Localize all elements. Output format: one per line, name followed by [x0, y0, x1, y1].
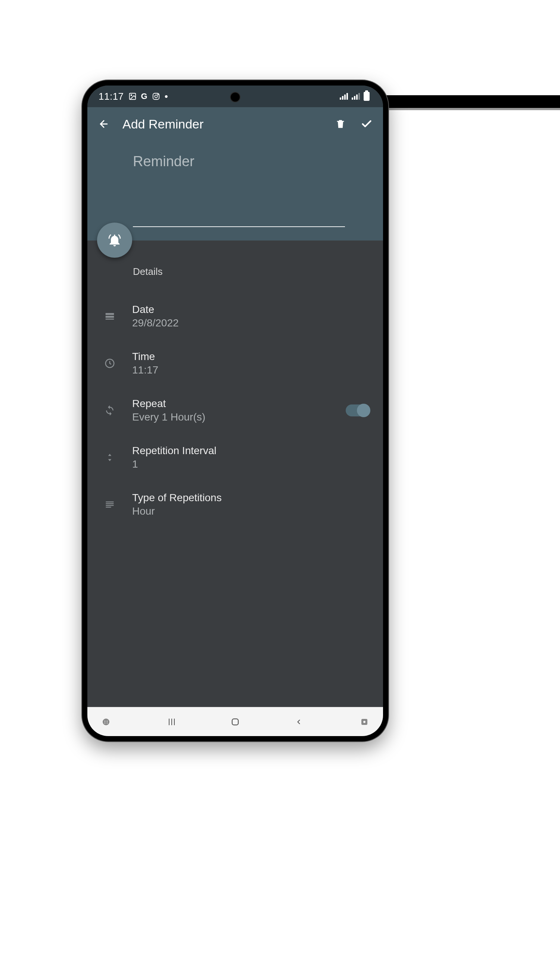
hero-section	[87, 141, 383, 240]
svg-point-23	[363, 721, 365, 723]
time-text: Time 11:17	[132, 351, 370, 376]
interval-label: Repetition Interval	[132, 445, 370, 457]
interval-row[interactable]: Repetition Interval 1	[96, 437, 374, 479]
instagram-icon	[152, 92, 160, 100]
svg-rect-12	[106, 507, 111, 507]
device-frame: 11:17 G • Add Reminder	[82, 80, 388, 741]
repeat-label: Repeat	[132, 398, 332, 410]
reminder-title-input[interactable]	[133, 150, 345, 227]
type-row[interactable]: Type of Repetitions Hour	[96, 484, 374, 526]
repeat-row[interactable]: Repeat Every 1 Hour(s)	[96, 390, 374, 431]
svg-rect-11	[106, 505, 114, 506]
app-bar: Add Reminder	[87, 107, 383, 141]
delete-button[interactable]	[333, 117, 348, 132]
svg-rect-5	[106, 313, 114, 315]
details-heading: Details	[133, 266, 374, 277]
date-row[interactable]: Date 29/8/2022	[96, 295, 374, 337]
google-icon: G	[141, 92, 147, 100]
svg-point-16	[105, 722, 106, 723]
repeat-icon	[101, 402, 119, 419]
svg-point-4	[158, 94, 158, 95]
nav-back-button[interactable]	[291, 714, 306, 729]
device-cable	[385, 95, 560, 110]
type-text: Type of Repetitions Hour	[132, 492, 370, 517]
toggle-knob	[357, 404, 370, 417]
battery-icon	[363, 92, 370, 101]
svg-rect-21	[232, 719, 238, 724]
svg-rect-6	[106, 316, 114, 318]
svg-rect-10	[106, 504, 114, 504]
nav-recents-button[interactable]	[164, 714, 179, 729]
svg-point-3	[155, 95, 157, 97]
nav-home-button[interactable]	[228, 714, 243, 729]
svg-point-1	[131, 95, 132, 96]
svg-point-15	[107, 721, 108, 722]
interval-icon	[101, 449, 119, 466]
date-value: 29/8/2022	[132, 317, 370, 329]
list-icon	[101, 496, 119, 514]
svg-rect-9	[106, 502, 114, 502]
nav-extra-icon[interactable]	[357, 714, 372, 729]
time-label: Time	[132, 351, 370, 363]
type-value: Hour	[132, 505, 370, 517]
svg-rect-7	[106, 319, 114, 320]
body-area: Details Date 29/8/2022 Time 11:17	[87, 240, 383, 707]
confirm-button[interactable]	[359, 117, 374, 132]
repeat-text: Repeat Every 1 Hour(s)	[132, 398, 332, 423]
system-nav-bar	[87, 707, 383, 736]
signal-icon-1	[340, 93, 348, 100]
interval-text: Repetition Interval 1	[132, 445, 370, 470]
screen: 11:17 G • Add Reminder	[87, 85, 383, 736]
date-text: Date 29/8/2022	[132, 304, 370, 329]
date-label: Date	[132, 304, 370, 315]
status-right	[340, 92, 370, 101]
svg-point-13	[103, 719, 109, 725]
svg-point-14	[105, 721, 106, 722]
status-left: 11:17 G •	[98, 91, 168, 102]
time-value: 11:17	[132, 364, 370, 376]
camera-punch	[230, 92, 240, 102]
repeat-toggle[interactable]	[346, 404, 370, 416]
svg-point-17	[107, 722, 108, 723]
time-row[interactable]: Time 11:17	[96, 342, 374, 384]
date-icon	[101, 307, 119, 325]
image-indicator-icon	[128, 92, 137, 100]
status-time: 11:17	[98, 91, 124, 102]
nav-assist-icon[interactable]	[98, 714, 113, 729]
repeat-value: Every 1 Hour(s)	[132, 411, 332, 423]
app-title: Add Reminder	[122, 117, 322, 132]
more-notifications-dot: •	[165, 92, 168, 101]
signal-icon-2	[352, 93, 360, 100]
interval-value: 1	[132, 458, 370, 470]
clock-icon	[101, 354, 119, 372]
type-label: Type of Repetitions	[132, 492, 370, 504]
bell-fab[interactable]	[97, 223, 132, 258]
back-button[interactable]	[96, 117, 111, 132]
